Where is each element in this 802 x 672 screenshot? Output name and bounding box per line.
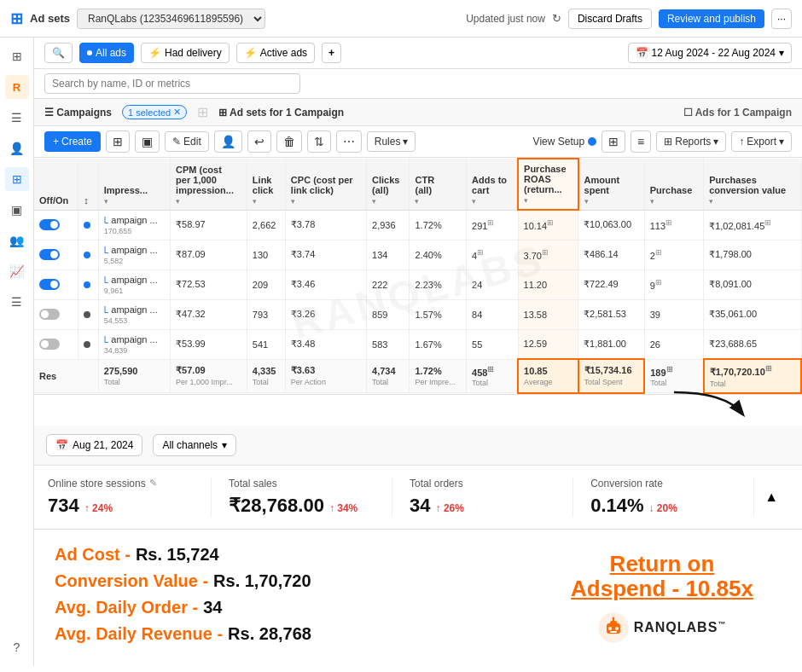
active-ads-tab[interactable]: ⚡ Active ads (236, 43, 315, 63)
td-toggle-1[interactable] (34, 210, 78, 240)
view-setup-toggle[interactable] (588, 137, 596, 146)
rules-label: Rules (375, 136, 401, 148)
date-chip-btn[interactable]: 📅 Aug 21, 2024 (46, 434, 142, 456)
td-dot-5 (78, 329, 98, 359)
status-dot-blue (84, 222, 90, 229)
person-btn[interactable]: 👤 (214, 130, 242, 153)
td-name-3: L ampaign ...9,961 (98, 269, 170, 299)
date-range-btn[interactable]: 📅 12 Aug 2024 - 22 Aug 2024 ▾ (628, 43, 792, 63)
td-name-5: L ampaign ...34,839 (98, 329, 170, 359)
export-button[interactable]: ↑ Export ▾ (731, 131, 792, 152)
td-total-adds: 458⊞Total (467, 359, 518, 393)
sidebar-icon-audience[interactable]: 👥 (5, 229, 29, 252)
icon-dup-btn[interactable]: ▣ (135, 130, 160, 153)
td-roas-1: 10.14⊞ (518, 210, 578, 240)
th-ctr: CTR(all)▾ (410, 159, 467, 210)
td-toggle-3[interactable] (34, 269, 78, 299)
sidebar-icon-grid[interactable]: ⊞ (5, 44, 29, 68)
td-total-roas: 10.85Average (518, 359, 578, 393)
view-setup-label: View Setup (533, 136, 585, 148)
updated-text: Updated just now (466, 13, 545, 25)
sidebar-icon-analytics[interactable]: 📈 (5, 259, 29, 283)
avg-revenue-value: Rs. 28,768 (228, 624, 311, 644)
td-cpc-2: ₹3.74 (285, 240, 366, 269)
td-purch-2: 2⊞ (644, 240, 703, 269)
meta-icon: ⊞ (10, 9, 23, 28)
columns-btn[interactable]: ⊞ (602, 130, 625, 153)
avg-order-line: Avg. Daily Order - 34 (55, 598, 543, 617)
all-ads-label: All ads (96, 47, 126, 59)
td-linkclick-3: 209 (247, 269, 285, 299)
sidebar-icon-menu[interactable]: ☰ (5, 106, 29, 130)
top-nav: ⊞ Ad sets RanQLabs (12353469611895596) U… (0, 0, 802, 38)
td-total-linkclick: 4,335Total (247, 359, 285, 393)
export-icon: ↑ (739, 136, 744, 148)
review-publish-button[interactable]: Review and publish (659, 9, 764, 28)
undo-btn[interactable]: ↩ (247, 130, 271, 153)
td-clicks-4: 859 (367, 299, 410, 329)
had-delivery-tab[interactable]: ⚡ Had delivery (141, 43, 230, 63)
roas-title-line1: Return on (571, 552, 753, 576)
reports-button[interactable]: ⊞ Reports ▾ (656, 131, 726, 152)
sidebar-icon-list[interactable]: ☰ (5, 290, 29, 314)
create-button[interactable]: + Create (44, 131, 101, 152)
calendar-icon2: 📅 (55, 439, 68, 451)
sidebar-icon-help[interactable]: ? (5, 635, 29, 659)
th-clicks: Clicks(all)▾ (367, 159, 410, 210)
toggle-off-icon[interactable] (39, 309, 60, 320)
sidebar-icon-ads[interactable]: ▣ (5, 198, 29, 222)
more-options-button[interactable]: ··· (771, 9, 792, 29)
edit-button[interactable]: ✎ Edit (165, 131, 209, 152)
td-toggle-2[interactable] (34, 240, 78, 269)
channel-chevron-icon: ▾ (222, 439, 227, 451)
sidebar-icon-brand[interactable]: R (5, 75, 29, 99)
sidebar-icon-user[interactable]: 👤 (5, 136, 29, 160)
delete-btn[interactable]: 🗑 (276, 130, 302, 153)
had-delivery-label: Had delivery (165, 47, 222, 59)
arrow-annotation-area (34, 395, 802, 426)
account-selector[interactable]: RanQLabs (12353469611895596) (77, 9, 265, 29)
svg-point-7 (612, 617, 614, 620)
sidebar-icon-grid2[interactable]: ⊞ (5, 167, 29, 191)
search-filter-btn[interactable]: 🔍 (44, 43, 73, 63)
toggle-on-icon3[interactable] (39, 279, 60, 290)
td-cpc-4: ₹3.26 (285, 299, 366, 329)
add-filter-btn[interactable]: + (322, 43, 341, 63)
td-dot-1 (78, 210, 98, 240)
icon-copy-btn[interactable]: ⊞ (106, 130, 130, 153)
more-btn2[interactable]: ⋯ (336, 130, 362, 153)
all-ads-tab[interactable]: All ads (79, 43, 134, 63)
th-amount-spent: Amountspent▾ (578, 159, 645, 210)
channel-chip-btn[interactable]: All channels ▾ (153, 434, 236, 456)
td-conv-5: ₹23,688.65 (704, 329, 801, 359)
refresh-icon[interactable]: ↻ (552, 12, 561, 25)
td-dot-3 (78, 269, 98, 299)
stats-collapse-btn[interactable]: ▲ (754, 478, 788, 517)
th-offon: Off/On (34, 159, 78, 210)
rules-button[interactable]: Rules ▾ (367, 131, 416, 152)
td-clicks-2: 134 (367, 240, 410, 269)
deselect-btn[interactable]: ✕ (173, 107, 181, 118)
sessions-edit-icon[interactable]: ✎ (149, 478, 157, 489)
export-label: Export (747, 136, 776, 148)
td-spent-2: ₹486.14 (578, 240, 645, 269)
td-conv-1: ₹1,02,081.45⊞ (704, 210, 801, 240)
sort-btn[interactable]: ⇅ (307, 130, 331, 153)
td-clicks-5: 583 (367, 329, 410, 359)
filter-bar: 🔍 All ads ⚡ Had delivery ⚡ Active ads + … (34, 38, 802, 69)
svg-point-3 (608, 627, 612, 630)
discard-drafts-button[interactable]: Discard Drafts (568, 9, 652, 29)
toggle-off-icon2[interactable] (39, 339, 60, 350)
search-input[interactable] (44, 73, 300, 94)
conversion-value-line: Conversion Value - Rs. 1,70,720 (55, 571, 543, 591)
panels-header: ☰ Campaigns 1 selected ✕ ⊞ ⊞ Ad sets for… (34, 99, 802, 126)
th-impressions: Impress...▾ (98, 159, 170, 210)
edit-label: Edit (183, 136, 201, 148)
stat-sessions-value: 734 ↑ 24% (48, 495, 194, 517)
breakdown-btn[interactable]: ≡ (631, 130, 651, 153)
td-toggle-4[interactable] (34, 299, 78, 329)
toggle-on-icon[interactable] (39, 219, 60, 230)
toggle-on-icon2[interactable] (39, 249, 60, 260)
ads-icon: ☐ (683, 107, 693, 119)
td-toggle-5[interactable] (34, 329, 78, 359)
